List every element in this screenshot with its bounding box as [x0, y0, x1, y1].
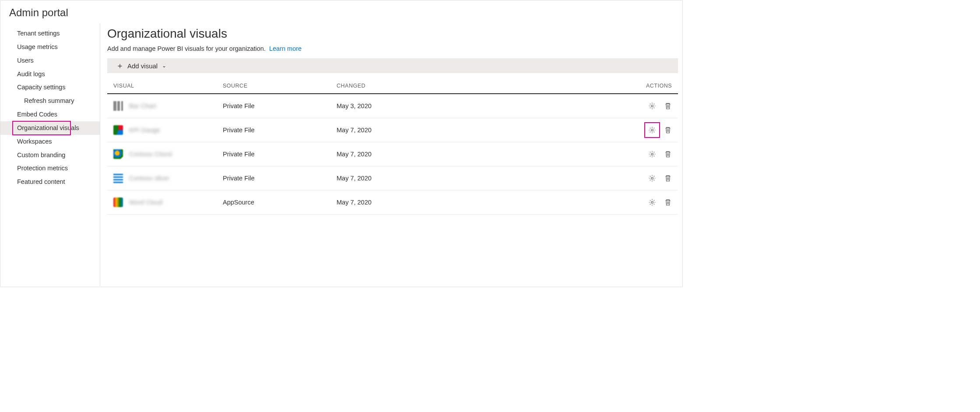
sidebar-item-audit-logs[interactable]: Audit logs	[0, 67, 100, 81]
table-row: Contoso slicerPrivate FileMay 7, 2020	[107, 166, 678, 190]
sidebar-item-workspaces[interactable]: Workspaces	[0, 135, 100, 148]
add-visual-label: Add visual	[127, 62, 158, 70]
table-row: Word CloudAppSourceMay 7, 2020	[107, 190, 678, 215]
table-body: Bar ChartPrivate FileMay 3, 2020KPI Gaug…	[107, 94, 678, 215]
chevron-down-icon: ⌄	[162, 63, 166, 69]
table-row: KPI GaugePrivate FileMay 7, 2020	[107, 118, 678, 142]
gear-icon[interactable]	[648, 198, 656, 206]
trash-icon[interactable]	[664, 126, 672, 134]
visual-icon	[113, 101, 123, 111]
visual-name: Contoso Chord	[129, 151, 172, 158]
sidebar-item-protection-metrics[interactable]: Protection metrics	[0, 162, 100, 175]
gear-icon[interactable]	[648, 150, 656, 158]
table-row: Bar ChartPrivate FileMay 3, 2020	[107, 94, 678, 118]
gear-icon[interactable]	[648, 174, 656, 182]
sidebar-item-users[interactable]: Users	[0, 54, 100, 67]
trash-icon[interactable]	[664, 102, 672, 110]
svg-point-2	[651, 153, 653, 155]
cell-visual: Word Cloud	[113, 197, 223, 207]
visual-icon	[113, 149, 123, 159]
visual-name: Bar Chart	[129, 102, 156, 109]
cell-visual: Contoso Chord	[113, 149, 223, 159]
sidebar-item-capacity-settings[interactable]: Capacity settings	[0, 81, 100, 94]
col-header-visual[interactable]: VISUAL	[113, 83, 223, 89]
sidebar: Tenant settingsUsage metricsUsersAudit l…	[0, 23, 100, 286]
trash-icon[interactable]	[664, 174, 672, 182]
cell-changed: May 7, 2020	[337, 151, 632, 158]
cell-source: Private File	[223, 151, 337, 158]
cell-changed: May 3, 2020	[337, 102, 632, 109]
visual-icon	[113, 197, 123, 207]
body: Tenant settingsUsage metricsUsersAudit l…	[0, 23, 682, 286]
svg-point-4	[651, 201, 653, 204]
visual-icon	[113, 173, 123, 183]
cell-changed: May 7, 2020	[337, 127, 632, 134]
cell-changed: May 7, 2020	[337, 175, 632, 182]
visual-name: Contoso slicer	[129, 175, 169, 182]
plus-icon: ＋	[116, 62, 124, 70]
page-title: Organizational visuals	[107, 27, 678, 41]
col-header-source[interactable]: SOURCE	[223, 83, 337, 89]
sidebar-item-featured-content[interactable]: Featured content	[0, 175, 100, 189]
sidebar-item-usage-metrics[interactable]: Usage metrics	[0, 40, 100, 54]
visuals-table: VISUAL SOURCE CHANGED ACTIONS Bar ChartP…	[107, 73, 678, 215]
page-subtitle: Add and manage Power BI visuals for your…	[107, 45, 678, 52]
svg-point-0	[651, 105, 653, 107]
cell-actions	[632, 150, 672, 158]
main-content: Organizational visuals Add and manage Po…	[100, 23, 682, 286]
svg-point-3	[651, 177, 653, 180]
svg-point-1	[651, 129, 653, 131]
cell-visual: KPI Gauge	[113, 125, 223, 135]
sidebar-item-custom-branding[interactable]: Custom branding	[0, 148, 100, 162]
col-header-changed[interactable]: CHANGED	[337, 83, 632, 89]
cell-actions	[632, 102, 672, 110]
col-header-actions: ACTIONS	[632, 83, 672, 89]
cell-actions	[632, 174, 672, 182]
cell-source: Private File	[223, 127, 337, 134]
gear-icon[interactable]	[648, 126, 656, 134]
add-visual-button[interactable]: ＋ Add visual ⌄	[107, 58, 678, 73]
learn-more-link[interactable]: Learn more	[269, 45, 302, 52]
page-header-title: Admin portal	[0, 0, 682, 23]
cell-source: Private File	[223, 102, 337, 109]
cell-changed: May 7, 2020	[337, 199, 632, 206]
sidebar-item-embed-codes[interactable]: Embed Codes	[0, 108, 100, 121]
subtitle-text: Add and manage Power BI visuals for your…	[107, 45, 266, 52]
admin-portal-window: Admin portal Tenant settingsUsage metric…	[0, 0, 683, 287]
sidebar-item-tenant-settings[interactable]: Tenant settings	[0, 27, 100, 40]
cell-visual: Contoso slicer	[113, 173, 223, 183]
sidebar-item-organizational-visuals[interactable]: Organizational visuals	[0, 121, 100, 135]
trash-icon[interactable]	[664, 198, 672, 206]
sidebar-item-refresh-summary[interactable]: Refresh summary	[0, 94, 100, 108]
cell-source: AppSource	[223, 199, 337, 206]
visual-name: KPI Gauge	[129, 127, 160, 134]
table-row: Contoso ChordPrivate FileMay 7, 2020	[107, 142, 678, 166]
table-header: VISUAL SOURCE CHANGED ACTIONS	[107, 73, 678, 94]
trash-icon[interactable]	[664, 150, 672, 158]
cell-visual: Bar Chart	[113, 101, 223, 111]
cell-source: Private File	[223, 175, 337, 182]
cell-actions	[632, 198, 672, 206]
visual-name: Word Cloud	[129, 199, 162, 206]
gear-icon[interactable]	[648, 102, 656, 110]
visual-icon	[113, 125, 123, 135]
cell-actions	[632, 126, 672, 134]
